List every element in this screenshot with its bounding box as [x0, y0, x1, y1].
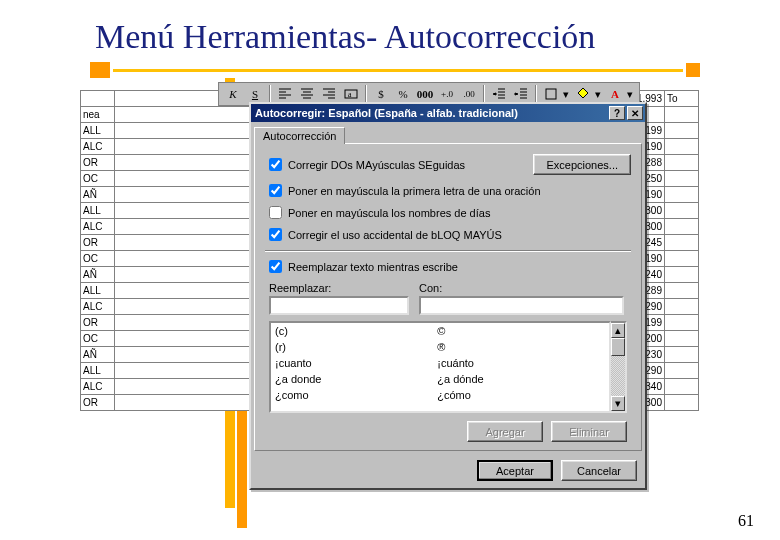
checkbox-replace-as-you-type[interactable] — [269, 260, 282, 273]
checkbox-two-initial-caps[interactable] — [269, 158, 282, 171]
list-item[interactable]: (r)® — [271, 339, 609, 355]
borders-button[interactable] — [541, 85, 561, 103]
italic-button[interactable]: K — [223, 85, 243, 103]
sheet-cell[interactable]: OR — [81, 395, 115, 411]
sheet-cell[interactable]: OC — [81, 251, 115, 267]
sheet-cell[interactable]: ALL — [81, 203, 115, 219]
label-caps-lock: Corregir el uso accidental de bLOQ MAYÚS — [288, 229, 502, 241]
sheet-cell[interactable]: AÑ — [81, 267, 115, 283]
align-right-button[interactable] — [319, 85, 339, 103]
list-item[interactable]: ¿a donde¿a dónde — [271, 371, 609, 387]
sheet-cell[interactable]: ALC — [81, 219, 115, 235]
sheet-cell[interactable]: ALC — [81, 299, 115, 315]
svg-text:a: a — [348, 90, 352, 99]
sheet-cell[interactable]: ALL — [81, 123, 115, 139]
dialog-title: Autocorregir: Español (España - alfab. t… — [253, 107, 607, 119]
label-capitalize-sentence: Poner en mayúscula la primera letra de u… — [288, 185, 541, 197]
with-input[interactable] — [419, 296, 624, 315]
merge-cells-button[interactable]: a — [341, 85, 361, 103]
decrease-indent-button[interactable] — [489, 85, 509, 103]
font-color-button[interactable]: A — [605, 85, 625, 103]
list-scrollbar[interactable]: ▴ ▾ — [611, 321, 627, 413]
close-button[interactable]: ✕ — [627, 106, 643, 120]
underline-button[interactable]: S — [245, 85, 265, 103]
delete-button[interactable]: Eliminar — [551, 421, 627, 442]
replace-label: Reemplazar: — [269, 282, 409, 294]
checkbox-capitalize-days[interactable] — [269, 206, 282, 219]
sheet-cell[interactable]: OR — [81, 235, 115, 251]
autocorrect-dialog: Autocorregir: Español (España - alfab. t… — [249, 102, 647, 490]
sheet-cell[interactable]: ALC — [81, 379, 115, 395]
cancel-button[interactable]: Cancelar — [561, 460, 637, 481]
exceptions-button[interactable]: Excepciones... — [533, 154, 631, 175]
dialog-titlebar[interactable]: Autocorregir: Español (España - alfab. t… — [251, 104, 645, 122]
checkbox-capitalize-sentence[interactable] — [269, 184, 282, 197]
ok-button[interactable]: Aceptar — [477, 460, 553, 481]
add-button[interactable]: Agregar — [467, 421, 543, 442]
sheet-cell[interactable]: ALL — [81, 363, 115, 379]
scroll-down-button[interactable]: ▾ — [611, 396, 625, 411]
label-replace-as-you-type: Reemplazar texto mientras escribe — [288, 261, 458, 273]
align-center-button[interactable] — [297, 85, 317, 103]
list-item[interactable]: ¡cuanto¡cuánto — [271, 355, 609, 371]
sheet-cell[interactable]: AÑ — [81, 347, 115, 363]
label-two-initial-caps: Corregir DOs MAyúsculas SEguidas — [288, 159, 465, 171]
sheet-cell[interactable]: OC — [81, 171, 115, 187]
scroll-up-button[interactable]: ▴ — [611, 323, 625, 338]
increase-decimals-button[interactable]: +.0 — [437, 85, 457, 103]
sheet-cell[interactable]: OR — [81, 155, 115, 171]
currency-button[interactable]: $ — [371, 85, 391, 103]
autocorrect-list[interactable]: (c)©(r)®¡cuanto¡cuánto¿a donde¿a dónde¿c… — [269, 321, 611, 413]
label-capitalize-days: Poner en mayúscula los nombres de días — [288, 207, 490, 219]
sheet-cell[interactable]: ALC — [81, 139, 115, 155]
sheet-cell[interactable]: AÑ — [81, 187, 115, 203]
help-button[interactable]: ? — [609, 106, 625, 120]
tab-autocorrect[interactable]: Autocorrección — [254, 127, 345, 144]
sheet-cell[interactable]: ALL — [81, 283, 115, 299]
list-item[interactable]: (c)© — [271, 323, 609, 339]
increase-indent-button[interactable] — [511, 85, 531, 103]
comma-button[interactable]: 000 — [415, 85, 435, 103]
decrease-decimals-button[interactable]: .00 — [459, 85, 479, 103]
sheet-cell[interactable]: OR — [81, 315, 115, 331]
title-decoration — [90, 62, 780, 78]
fill-color-button[interactable] — [573, 85, 593, 103]
sheet-cell[interactable]: OC — [81, 331, 115, 347]
percent-button[interactable]: % — [393, 85, 413, 103]
list-item[interactable]: ¿como¿cómo — [271, 387, 609, 403]
slide-title: Menú Herramientas- Autocorrección — [0, 0, 780, 62]
with-label: Con: — [419, 282, 631, 294]
sheet-cell[interactable]: nea — [81, 107, 115, 123]
align-left-button[interactable] — [275, 85, 295, 103]
svg-rect-2 — [546, 89, 556, 99]
checkbox-caps-lock[interactable] — [269, 228, 282, 241]
replace-input[interactable] — [269, 296, 409, 315]
slide-number: 61 — [738, 512, 754, 530]
